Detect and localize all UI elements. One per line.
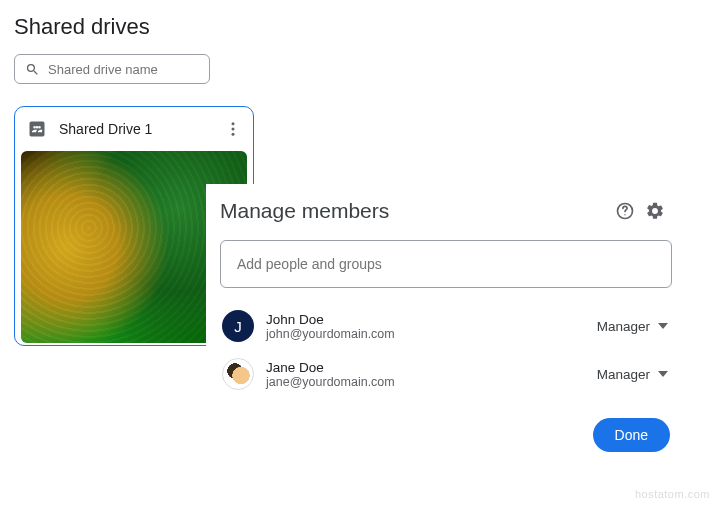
member-row: Jane Doe jane@yourdomain.com Manager [216,350,676,398]
help-button[interactable] [610,196,640,226]
search-input[interactable] [48,62,216,77]
manage-members-dialog: Manage members J John Doe john@yourdomai… [206,184,686,466]
drive-more-button[interactable] [221,117,245,141]
role-label: Manager [597,367,650,382]
shared-drive-icon [27,119,47,139]
drive-name: Shared Drive 1 [59,121,209,137]
member-row: J John Doe john@yourdomain.com Manager [216,302,676,350]
avatar: J [222,310,254,342]
done-button[interactable]: Done [593,418,670,452]
watermark: hostatom.com [635,488,710,500]
svg-point-0 [232,122,235,125]
search-shared-drives[interactable] [14,54,210,84]
svg-point-2 [232,133,235,136]
settings-button[interactable] [640,196,670,226]
member-name: John Doe [266,312,583,327]
chevron-down-icon [658,323,668,329]
avatar [222,358,254,390]
help-icon [615,201,635,221]
chevron-down-icon [658,371,668,377]
dialog-title: Manage members [220,199,610,223]
svg-point-4 [624,214,625,215]
add-people-field[interactable] [220,240,672,288]
member-email: john@yourdomain.com [266,327,583,341]
member-email: jane@yourdomain.com [266,375,583,389]
role-dropdown[interactable]: Manager [595,363,670,386]
role-dropdown[interactable]: Manager [595,315,670,338]
gear-icon [645,201,665,221]
more-vert-icon [224,120,242,138]
search-icon [25,62,40,77]
add-people-input[interactable] [237,256,655,272]
page-title: Shared drives [0,0,720,40]
member-name: Jane Doe [266,360,583,375]
svg-point-1 [232,128,235,131]
role-label: Manager [597,319,650,334]
